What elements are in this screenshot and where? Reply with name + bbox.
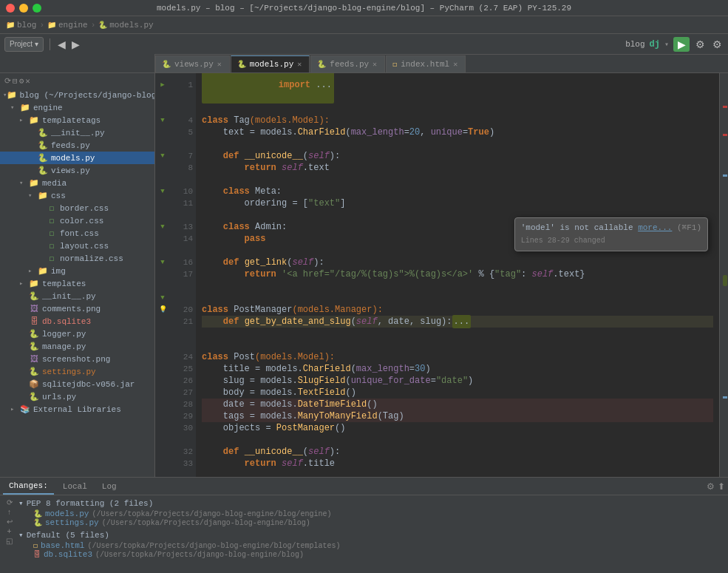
fold-indicator[interactable]: ▶ bbox=[160, 79, 164, 91]
minimize-button[interactable] bbox=[19, 4, 28, 13]
breadcrumb-blog[interactable]: 📁 blog bbox=[6, 21, 36, 30]
run-button[interactable]: ▶ bbox=[673, 37, 690, 52]
sidebar-item-settings-py[interactable]: 🐍 settings.py bbox=[0, 365, 154, 378]
tooltip-more-link[interactable]: more... bbox=[638, 223, 672, 232]
sidebar-item-img[interactable]: ▸ 📁 img bbox=[0, 265, 154, 277]
fold-indicator[interactable]: ▼ bbox=[160, 186, 164, 197]
sidebar-item-sqlitejdbc[interactable]: 📦 sqlitejdbc-v056.jar bbox=[0, 378, 154, 390]
sidebar-item-css[interactable]: ▾ 📁 css bbox=[0, 189, 154, 202]
change-file-base-html[interactable]: ◻ base.html (/Users/topka/Projects/djang… bbox=[18, 541, 722, 550]
sidebar-item-init-py-1[interactable]: 🐍 __init__.py bbox=[0, 126, 154, 139]
sidebar-item-db-sqlite3[interactable]: 🗄 db.sqlite3 bbox=[0, 315, 154, 328]
breadcrumb-engine[interactable]: 📁 engine bbox=[47, 21, 88, 30]
sidebar-gear-btn[interactable]: ⚙ bbox=[19, 76, 24, 86]
scroll-thumb[interactable] bbox=[723, 275, 727, 286]
code-content[interactable]: import ... class Tag(models.Model): text… bbox=[196, 73, 719, 477]
code-line-11: ordering = ["text"] bbox=[202, 197, 713, 209]
sidebar-item-urls-py[interactable]: 🐍 urls.py bbox=[0, 390, 154, 403]
vcs-expand-btn[interactable]: + bbox=[7, 527, 12, 535]
breadcrumb-models-py[interactable]: 🐍 models.py bbox=[98, 21, 153, 30]
vcs-commit-btn[interactable]: ↑ bbox=[7, 508, 11, 516]
fold-indicator[interactable]: ▼ bbox=[160, 150, 164, 162]
debug-button[interactable]: ⚙ bbox=[694, 38, 707, 50]
sidebar-item-logger-py[interactable]: 🐍 logger.py bbox=[0, 328, 154, 340]
tab-close-views[interactable]: ✕ bbox=[217, 60, 222, 69]
sidebar-item-init-py-2[interactable]: 🐍 __init__.py bbox=[0, 290, 154, 302]
changes-tab[interactable]: Changes: bbox=[3, 478, 54, 495]
navigate-back-btn[interactable]: ◀ bbox=[56, 38, 67, 50]
python-icon: 🐍 bbox=[28, 342, 40, 351]
python-icon: 🐍 bbox=[237, 60, 246, 69]
fold-indicator[interactable]: ▼ bbox=[160, 221, 164, 233]
tab-feeds-py[interactable]: 🐍 feeds.py ✕ bbox=[310, 55, 385, 72]
code-line-22 bbox=[202, 328, 713, 339]
code-line-7: def __unicode__(self): bbox=[202, 150, 713, 162]
chevron-down-icon: ▾ bbox=[18, 498, 24, 508]
python-icon: 🐍 bbox=[37, 153, 49, 163]
html-icon: ◻ bbox=[392, 60, 397, 69]
sidebar-item-feeds-py[interactable]: 🐍 feeds.py bbox=[0, 139, 154, 152]
sidebar-item-layout-css[interactable]: ◻ layout.css bbox=[0, 240, 154, 252]
sidebar-item-comments-png[interactable]: 🖼 comments.png bbox=[0, 302, 154, 315]
sidebar-item-manage-py[interactable]: 🐍 manage.py bbox=[0, 340, 154, 353]
folder-icon: 📁 bbox=[37, 191, 49, 200]
change-file-settings-py[interactable]: 🐍 settings.py (/Users/topka/Projects/dja… bbox=[18, 518, 722, 527]
sidebar-item-font-css[interactable]: ◻ font.css bbox=[0, 227, 154, 240]
folder-icon: 📁 bbox=[6, 21, 15, 30]
tab-close-models[interactable]: ✕ bbox=[297, 60, 302, 69]
fold-indicator[interactable]: ▼ bbox=[160, 257, 164, 268]
sidebar-collapse-btn[interactable]: ⊟ bbox=[13, 76, 18, 86]
sidebar-item-normalize-css[interactable]: ◻ normalize.css bbox=[0, 252, 154, 265]
bottom-settings-btn[interactable]: ⚙ bbox=[707, 481, 715, 492]
code-line-8: return self.text bbox=[202, 162, 713, 174]
log-tab[interactable]: Log bbox=[96, 478, 123, 495]
code-line-28: date = models.DateTimeField() bbox=[202, 399, 713, 410]
bottom-expand-btn[interactable]: ⬆ bbox=[718, 481, 725, 492]
sidebar-item-border-css[interactable]: ◻ border.css bbox=[0, 202, 154, 214]
tab-models-py[interactable]: 🐍 models.py ✕ bbox=[231, 55, 310, 72]
sidebar-item-views-py[interactable]: 🐍 views.py bbox=[0, 164, 154, 177]
maximize-button[interactable] bbox=[33, 4, 41, 13]
tab-views-py[interactable]: 🐍 views.py ✕ bbox=[155, 55, 230, 72]
change-file-db-sqlite3[interactable]: 🗄 db.sqlite3 (/Users/topka/Projects/djan… bbox=[18, 550, 722, 559]
tab-close-index[interactable]: ✕ bbox=[453, 60, 457, 69]
close-button[interactable] bbox=[6, 4, 15, 13]
vcs-revert-btn[interactable]: ↩ bbox=[7, 518, 13, 526]
sidebar-item-models-py[interactable]: 🐍 models.py bbox=[0, 152, 154, 164]
navigate-forward-btn[interactable]: ▶ bbox=[70, 38, 81, 50]
settings-button[interactable]: ⚙ bbox=[711, 38, 724, 50]
change-file-models-py[interactable]: 🐍 models.py (/Users/topka/Projects/djang… bbox=[18, 509, 722, 518]
sidebar-item-blog-root[interactable]: ▾ 📁 blog (~/Projects/django-blog bbox=[0, 89, 154, 101]
sidebar-item-screenshot-png[interactable]: 🖼 screenshot.png bbox=[0, 353, 154, 365]
fold-indicator[interactable]: ▼ bbox=[160, 292, 164, 304]
code-line-19 bbox=[202, 292, 713, 304]
fold-indicator[interactable]: ▼ bbox=[160, 115, 164, 126]
tab-close-feeds[interactable]: ✕ bbox=[372, 60, 377, 69]
editor-scrollbar[interactable] bbox=[719, 73, 728, 477]
project-btn[interactable]: Project ▾ bbox=[4, 37, 44, 52]
change-group-default-header[interactable]: ▾ Default (5 files) bbox=[18, 530, 722, 540]
css-icon: ◻ bbox=[46, 241, 58, 251]
run-config-arrow[interactable]: ▾ bbox=[664, 40, 669, 49]
vcs-refresh-btn[interactable]: ⟳ bbox=[7, 498, 13, 506]
sidebar-item-color-css[interactable]: ◻ color.css bbox=[0, 214, 154, 227]
tooltip-message: 'model' is not callable more... (⌘F1) bbox=[521, 222, 701, 234]
tab-index-html[interactable]: ◻ index.html ✕ bbox=[386, 55, 466, 72]
code-line-29: tags = models.ManyToManyField(Tag) bbox=[202, 410, 713, 422]
code-line-9 bbox=[202, 174, 713, 186]
sidebar-item-templatetags[interactable]: ▸ 📁 templatetags bbox=[0, 114, 154, 126]
sidebar-item-engine[interactable]: ▾ 📁 engine bbox=[0, 101, 154, 114]
change-marker bbox=[723, 396, 727, 399]
error-marker bbox=[723, 106, 727, 108]
bulb-icon[interactable]: 💡 bbox=[159, 304, 167, 316]
sidebar-item-media[interactable]: ▾ 📁 media bbox=[0, 177, 154, 189]
sidebar-item-external-libraries[interactable]: ▸ 📚 External Libraries bbox=[0, 403, 154, 416]
vcs-diff-btn[interactable]: ◱ bbox=[6, 537, 13, 545]
sidebar-close-btn[interactable]: ✕ bbox=[25, 76, 30, 86]
code-line-21: def get_by_date_and_slug(self, date, slu… bbox=[202, 316, 713, 328]
change-group-pep8-header[interactable]: ▾ PEP 8 formatting (2 files) bbox=[18, 498, 722, 508]
sidebar-sync-btn[interactable]: ⟳ bbox=[4, 76, 11, 86]
local-tab[interactable]: Local bbox=[57, 478, 93, 495]
change-group-default: ▾ Default (5 files) ◻ base.html (/Users/… bbox=[18, 530, 722, 559]
sidebar-item-templates[interactable]: ▸ 📁 templates bbox=[0, 277, 154, 290]
